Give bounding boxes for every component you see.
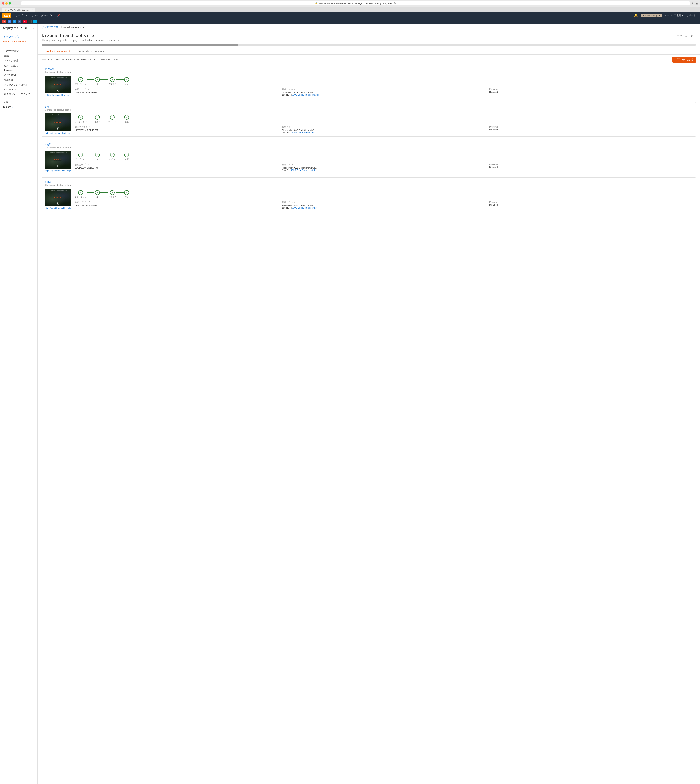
commit-id-master: 1554124 <box>282 94 291 96</box>
branch-name-stg3[interactable]: stg3 <box>45 180 693 183</box>
sidebar-item-access-logs[interactable]: Access logs <box>0 87 37 92</box>
branch-subtitle-stg: Continuous deploys set up <box>45 108 693 111</box>
breadcrumb: すべてのアプリ › kizuna-brand-website <box>38 24 700 31</box>
ql-icon7[interactable]: A <box>33 20 37 23</box>
pipeline-check-verify-master: ✓ <box>124 77 129 82</box>
user-menu[interactable]: Administrator @ ▾ <box>641 14 662 17</box>
pipeline-label-build-stg2: ビルド <box>95 158 100 161</box>
sidebar-close-button[interactable]: × <box>33 26 35 30</box>
resources-label: リソースグループ <box>32 14 50 17</box>
connect-branch-button[interactable]: ブランチの接続 <box>672 57 696 63</box>
sidebar-app-name[interactable]: kizuna-brand-website <box>0 39 37 44</box>
reload-icon: ↻ <box>394 2 396 5</box>
pipeline-check-provision-stg: ✓ <box>78 115 83 120</box>
action-button[interactable]: アクション ▼ <box>674 33 696 39</box>
services-menu[interactable]: サービス ▾ <box>15 14 28 17</box>
last-deploy-label-stg2: 前回のデプロイ <box>75 163 278 166</box>
commit-id-stg2: fef819c <box>282 169 289 171</box>
previews-col-master: Previews Disabled <box>489 88 693 96</box>
pipeline-label-provision-stg: プロビジョン <box>75 120 87 123</box>
sidebar: Amplify コンソール × すべてのアプリ kizuna-brand-web… <box>0 24 38 784</box>
pipeline-stg3: ✓ プロビジョン ✓ ビルド ✓ デプロイ <box>75 190 693 199</box>
back-button[interactable]: ‹ <box>13 2 16 5</box>
sidebar-item-docs[interactable]: 文書 ↗ <box>0 99 37 105</box>
play-button-stg3[interactable] <box>57 202 59 205</box>
sidebar-item-rewrites[interactable]: 書き換えて、リダイレクト <box>0 92 37 97</box>
commit-link-stg2[interactable]: AWS CodeCommit - stg2 <box>291 169 315 171</box>
sidebar-settings-section[interactable]: アプリの設定 <box>0 48 37 53</box>
sidebar-item-support[interactable]: Support ↗ <box>0 105 37 109</box>
active-tab[interactable]: ⚡ AWS Amplify Console × <box>2 8 35 12</box>
branch-name-stg2[interactable]: stg2 <box>45 142 693 146</box>
pipeline-line-2-stg <box>100 117 108 117</box>
resources-menu[interactable]: リソースグループ ▾ <box>31 14 53 17</box>
commit-link-stg3[interactable]: AWS CodeCommit - stg3 <box>292 207 316 209</box>
sidebar-item-email[interactable]: メール通知 <box>0 72 37 77</box>
ql-icon2[interactable]: S <box>8 20 11 23</box>
docs-label: 文書 <box>3 100 8 103</box>
breadcrumb-all-apps[interactable]: すべてのアプリ <box>42 25 58 29</box>
last-deploy-col-stg2: 前回のデプロイ 10/11/2019, 3:01:29 PM <box>75 163 278 171</box>
aws-logo[interactable]: aws <box>2 13 12 18</box>
play-button-stg[interactable] <box>57 127 59 130</box>
sidebar-item-build[interactable]: ビルドの設定 <box>0 63 37 68</box>
branch-url-stg2[interactable]: https://stg2.kizuna-athletes.jp <box>45 170 71 172</box>
branch-url-stg[interactable]: https://stg.kizuna-athletes.jp <box>45 132 70 134</box>
new-tab-button[interactable]: ⊞ <box>696 2 698 5</box>
progress-bar-area <box>42 44 696 45</box>
sidebar-divider-1 <box>0 47 37 47</box>
commit-link-master[interactable]: AWS CodeCommit - master <box>292 94 319 96</box>
pipeline-label-deploy-stg: デプロイ <box>108 120 116 123</box>
ql-icon4[interactable]: f <box>18 20 22 23</box>
notifications-bell[interactable]: 🔔 <box>634 14 638 17</box>
ql-gmail[interactable]: M <box>2 20 6 23</box>
maximize-dot[interactable] <box>9 2 11 5</box>
play-button-master[interactable] <box>57 90 59 92</box>
last-commit-text-stg3: Please visit AWS CodeCommit Co... | <box>282 204 485 207</box>
branch-url-stg3[interactable]: https://stg3.kizuna-athletes.jp <box>45 207 71 209</box>
pin-button[interactable]: 📌 <box>56 14 61 17</box>
sidebar-nav-section: すべてのアプリ kizuna-brand-website <box>0 32 37 45</box>
share-button[interactable]: ⬆ <box>692 2 694 5</box>
sidebar-item-env-vars[interactable]: 環境変数 <box>0 77 37 82</box>
ql-icon3[interactable]: t <box>13 20 16 23</box>
previews-value-master: Disabled <box>489 91 693 93</box>
last-deploy-label-master: 前回のデプロイ <box>75 88 278 91</box>
thumb-text-master: bonds between athletes and fans <box>45 77 71 78</box>
pipeline-check-deploy-master: ✓ <box>110 77 115 82</box>
sidebar-item-previews[interactable]: Previews <box>0 68 37 72</box>
pipeline-check-verify-stg3: ✓ <box>124 190 129 195</box>
sidebar-item-general[interactable]: 全般 <box>0 53 37 58</box>
pipeline-line-1-master <box>87 79 95 80</box>
branch-name-master[interactable]: master <box>45 67 693 70</box>
commit-link-stg[interactable]: AWS CodeCommit - stg <box>292 131 315 134</box>
last-deploy-value-master: 12/3/2019, 4:54:43 PM <box>75 91 278 94</box>
support-menu[interactable]: サポート ▾ <box>686 14 698 17</box>
pipeline-step-verify-stg: ✓ 検証 <box>124 115 129 123</box>
tab-close-icon[interactable]: × <box>32 9 33 11</box>
branch-url-master[interactable]: https://kizuna-athletes.jp <box>47 94 68 97</box>
branch-name-stg[interactable]: stg <box>45 105 693 108</box>
branch-card-stg3: stg3 Continuous deploys set up bonds bet… <box>42 177 696 212</box>
last-deploy-col-stg: 前回のデプロイ 11/20/2019, 2:27:48 PM <box>75 125 278 134</box>
pipeline-step-provision-stg3: ✓ プロビジョン <box>75 190 87 199</box>
commit-sep-stg2: | <box>290 169 290 171</box>
ql-icon6[interactable]: ● <box>28 20 32 23</box>
last-deploy-col-stg3: 前回のデプロイ 12/3/2019, 4:46:43 PM <box>75 201 278 209</box>
minimize-dot[interactable] <box>5 2 8 5</box>
forward-button[interactable]: › <box>17 2 19 5</box>
commit-link-row-stg: 2c47343 | AWS CodeCommit - stg <box>282 131 485 134</box>
address-bar[interactable]: 🔒 console.aws.amazon.com/amplify/home?re… <box>21 1 690 5</box>
pipeline-step-deploy-master: ✓ デプロイ <box>108 77 116 85</box>
sidebar-item-access-control[interactable]: アクセスコントロール <box>0 82 37 87</box>
tab-backend[interactable]: Backend environments <box>75 48 107 55</box>
pipeline-label-deploy-master: デプロイ <box>108 83 116 85</box>
ql-icon5[interactable]: P <box>23 20 27 23</box>
play-button-stg2[interactable] <box>57 165 59 167</box>
tab-frontend[interactable]: Frontend environments <box>42 48 75 55</box>
region-menu[interactable]: バージニア北部 ▾ <box>665 14 683 17</box>
close-dot[interactable] <box>2 2 4 5</box>
sidebar-item-all-apps[interactable]: すべてのアプリ <box>0 34 37 39</box>
browser-actions: ⬆ ⊞ <box>692 2 698 5</box>
sidebar-item-domain[interactable]: ドメイン管理 <box>0 58 37 63</box>
